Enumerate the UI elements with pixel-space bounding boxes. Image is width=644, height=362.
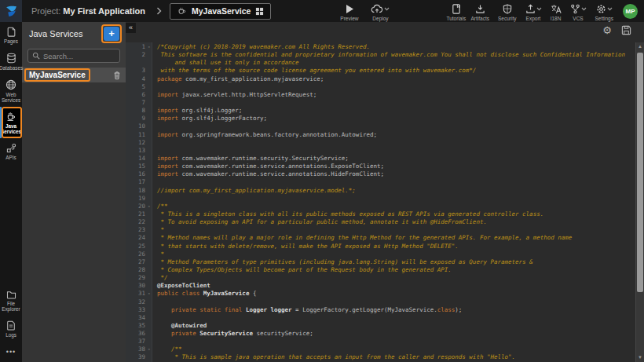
vcs-label: VCS (573, 16, 583, 21)
sidebar-spacer (0, 164, 22, 286)
code-line[interactable]: 36 private SecurityService securityServi… (126, 330, 635, 338)
sidebar-item-file-explorer[interactable]: File Explorer (0, 286, 22, 316)
chevron-down-icon[interactable] (384, 7, 390, 11)
code-line[interactable]: 7 (126, 99, 635, 107)
chevron-down-icon[interactable] (607, 7, 613, 11)
code-line[interactable]: 12 (126, 139, 635, 147)
sidebar-item-label: Databases (0, 65, 23, 71)
code-line[interactable]: 6import javax.servlet.http.HttpServletRe… (126, 91, 635, 99)
deploy-label: Deploy (372, 16, 388, 21)
export-button[interactable]: Export (525, 2, 542, 21)
code-line[interactable]: 9import org.slf4j.LoggerFactory; (126, 115, 635, 122)
preview-button[interactable]: Preview (340, 2, 358, 21)
sidebar-item-java-services[interactable]: Java Services (0, 107, 22, 138)
code-line[interactable]: 22 * To avoid exposing an API for a part… (126, 218, 635, 226)
code-line[interactable]: 25 * that starts with delete/remove, wil… (126, 243, 635, 250)
vcs-button[interactable]: VCS (570, 2, 587, 21)
wavemaker-logo[interactable] (0, 0, 22, 22)
export-label: Export (526, 16, 541, 21)
code-line[interactable]: 31-public class MyJavaService { (126, 290, 635, 298)
code-line[interactable]: 13 (126, 147, 635, 155)
code-line[interactable]: 29 */ (126, 274, 635, 282)
code-line[interactable]: 1-/*Copyright (c) 2018-2019 wavemaker.co… (126, 43, 635, 51)
panel-header: Java Services + (22, 22, 126, 46)
vertical-scrollbar[interactable]: ▲ ▼ (635, 42, 644, 362)
code-line[interactable]: 20-/** (126, 203, 635, 210)
user-avatar[interactable]: MP (623, 4, 638, 19)
code-lines[interactable]: 1-/*Copyright (c) 2018-2019 wavemaker.co… (126, 42, 635, 362)
chevron-down-icon[interactable] (536, 7, 542, 11)
code-line[interactable]: 15import com.wavemaker.runtime.service.a… (126, 163, 635, 170)
top-bar: Project:My First Application MyJavaServi… (0, 0, 644, 22)
code-line[interactable]: 32 (126, 298, 635, 306)
coffee-icon (5, 112, 16, 122)
code-line[interactable]: 21 * This is a singleton class with all … (126, 210, 635, 218)
search-input[interactable] (43, 52, 115, 60)
artifacts-button[interactable]: Artifacts (471, 2, 489, 21)
code-line[interactable]: 26 * (126, 250, 635, 258)
add-service-button[interactable]: + (104, 27, 119, 41)
tutorials-label: Tutorials (446, 16, 466, 21)
code-line[interactable]: and shall use it only in accordance (126, 59, 635, 67)
code-line[interactable]: 34 (126, 314, 635, 322)
code-line[interactable]: 33 private static final Logger logger = … (126, 306, 635, 314)
code-line[interactable]: 39 * This is sample java operation that … (126, 353, 635, 361)
code-line[interactable]: 4package com.my_first_application.myjava… (126, 75, 635, 83)
code-line[interactable]: 17 (126, 178, 635, 186)
service-search[interactable] (27, 49, 120, 63)
code-line[interactable]: 2 This software is the confidential and … (126, 51, 635, 59)
code-line[interactable]: 19 (126, 195, 635, 203)
code-line[interactable]: 27 * Method Parameters of type primitive… (126, 258, 635, 266)
chevron-right-icon (156, 7, 162, 15)
project-name[interactable]: My First Application (63, 6, 145, 16)
chevron-down-icon[interactable] (581, 7, 587, 11)
tab-myjavaservice[interactable]: MyJavaService (170, 3, 271, 20)
scrollbar-thumb[interactable] (637, 53, 643, 292)
search-icon (32, 52, 40, 60)
play-icon (345, 4, 354, 15)
tutorials-button[interactable]: Tutorials (446, 2, 466, 21)
code-line[interactable]: 35 @Autowired (126, 322, 635, 330)
i18n-label: I18N (551, 16, 562, 21)
code-line[interactable]: 28 * Complex Types/Objects will become p… (126, 266, 635, 274)
sidebar-item-apis[interactable]: APIs (0, 138, 22, 164)
settings-button[interactable]: Settings (595, 2, 614, 21)
preview-label: Preview (340, 16, 358, 21)
shield-icon (503, 4, 512, 15)
code-line[interactable]: 18//import com.my_first_application.myja… (126, 187, 635, 195)
code-line[interactable]: 23 * (126, 226, 635, 234)
trash-icon[interactable] (113, 71, 121, 80)
code-line[interactable]: 3 with the terms of the source code lice… (126, 67, 635, 75)
code-line[interactable]: 8import org.slf4j.Logger; (126, 107, 635, 115)
code-line[interactable]: 10 (126, 122, 635, 130)
sidebar-item-databases[interactable]: Databases (0, 48, 22, 75)
sidebar-item-pages[interactable]: Pages (0, 22, 22, 48)
grid-icon[interactable] (255, 7, 264, 16)
code-line[interactable]: 24 * Method names will play a major role… (126, 234, 635, 242)
service-list-item[interactable]: MyJavaService (22, 68, 126, 82)
i18n-button[interactable]: I18N (551, 2, 562, 21)
code-line[interactable]: 11import org.springframework.beans.facto… (126, 131, 635, 139)
code-line[interactable]: 14import com.wavemaker.runtime.security.… (126, 155, 635, 163)
collapse-panel-icon[interactable]: « (126, 23, 136, 33)
sidebar-item-label: Pages (4, 38, 18, 44)
deploy-button[interactable]: Deploy (371, 2, 390, 21)
more-options-icon[interactable]: ••• (0, 342, 22, 362)
save-icon[interactable] (621, 25, 631, 35)
code-line[interactable]: 37 (126, 338, 635, 346)
sidebar-item-label: Java Services (0, 123, 22, 134)
branch-icon (570, 4, 580, 14)
code-line[interactable]: 5 (126, 83, 635, 91)
sidebar-item-web-services[interactable]: Web Services (0, 75, 22, 107)
security-button[interactable]: Security (498, 2, 516, 21)
code-line[interactable]: 16import com.wavemaker.runtime.service.a… (126, 170, 635, 178)
sidebar-item-logs[interactable]: Logs (0, 316, 22, 342)
code-line[interactable]: 30@ExposeToClient (126, 282, 635, 290)
scroll-down-icon[interactable]: ▼ (636, 353, 644, 362)
editor-settings-icon[interactable]: ⚙ (602, 25, 612, 35)
editor-toolbar: « ⚙ (126, 22, 644, 42)
tab-label: MyJavaService (192, 6, 251, 16)
scroll-up-icon[interactable]: ▲ (636, 42, 644, 51)
code-line[interactable]: 38- /** (126, 346, 635, 353)
sidebar-item-label: APIs (5, 155, 16, 160)
